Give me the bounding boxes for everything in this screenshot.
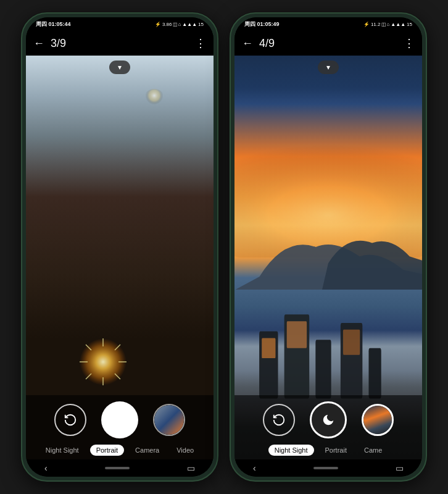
top-nav-left: ← 3/9 ⋮ <box>26 31 214 56</box>
photo-area-right: ▾ <box>234 56 422 459</box>
thumbnail-button-left[interactable] <box>153 404 185 436</box>
status-bar-right: 周四 01:05:49 ⚡ 11.2 ◫⌂ ▲▲▲ 15 <box>234 17 422 31</box>
home-bar-right: ‹ ▭ <box>234 459 422 477</box>
status-icons-right: ⚡ 11.2 ◫⌂ ▲▲▲ 15 <box>363 22 412 27</box>
mode-night-sight-right[interactable]: Night Sight <box>268 445 314 456</box>
dropdown-icon-right: ▾ <box>326 63 330 72</box>
back-button-right[interactable]: ← <box>242 37 253 50</box>
photo-count-left: 3/9 <box>51 37 195 50</box>
dropdown-icon-left: ▾ <box>118 63 122 72</box>
phone-left: 周四 01:05:44 ⚡ 3.86 ◫⌂ ▲▲▲ 15 ← 3/9 ⋮ <box>21 12 218 482</box>
home-pill-left[interactable] <box>105 467 130 469</box>
shutter-button-left[interactable] <box>101 401 138 438</box>
more-button-left[interactable]: ⋮ <box>195 36 206 50</box>
mode-night-sight-left[interactable]: Night Sight <box>39 445 85 456</box>
home-pill-right[interactable] <box>313 467 338 469</box>
control-icons-right <box>234 401 422 438</box>
back-nav-left[interactable]: ‹ <box>44 463 48 473</box>
phone-right: 周四 01:05:49 ⚡ 11.2 ◫⌂ ▲▲▲ 15 ← 4/9 ⋮ <box>230 12 427 482</box>
more-button-right[interactable]: ⋮ <box>404 36 415 50</box>
status-time-left: 周四 01:05:44 <box>36 20 71 28</box>
status-bar-left: 周四 01:05:44 ⚡ 3.86 ◫⌂ ▲▲▲ 15 <box>26 17 214 31</box>
rotate-button-right[interactable] <box>263 404 295 436</box>
camera-controls-left: Night Sight Portrait Camera Video <box>26 395 214 459</box>
home-bar-left: ‹ ▭ <box>26 459 214 477</box>
mode-portrait-right[interactable]: Portrait <box>319 445 353 456</box>
status-icons-left: ⚡ 3.86 ◫⌂ ▲▲▲ 15 <box>155 22 204 27</box>
recent-nav-right[interactable]: ▭ <box>396 463 404 473</box>
status-time-right: 周四 01:05:49 <box>244 20 280 28</box>
mode-portrait-left[interactable]: Portrait <box>90 445 124 456</box>
rotate-button-left[interactable] <box>54 404 86 436</box>
mode-labels-right: Night Sight Portrait Came <box>234 445 422 456</box>
back-nav-right[interactable]: ‹ <box>253 463 256 473</box>
svg-rect-12 <box>262 338 276 359</box>
mode-camera-left[interactable]: Camera <box>129 445 165 456</box>
svg-rect-15 <box>316 340 331 399</box>
thumbnail-button-right[interactable] <box>362 404 394 436</box>
photo-area-left: ▾ <box>26 56 214 459</box>
mode-video-left[interactable]: Video <box>170 445 200 456</box>
photo-count-right: 4/9 <box>259 37 404 50</box>
svg-point-9 <box>143 89 165 111</box>
camera-controls-right: Night Sight Portrait Came <box>234 395 422 459</box>
dropdown-btn-left[interactable]: ▾ <box>109 61 130 74</box>
dropdown-btn-right[interactable]: ▾ <box>318 61 339 74</box>
top-nav-right: ← 4/9 ⋮ <box>234 31 422 56</box>
recent-nav-left[interactable]: ▭ <box>187 463 195 473</box>
control-icons-left <box>26 401 214 438</box>
svg-rect-14 <box>287 322 307 349</box>
mode-labels-left: Night Sight Portrait Camera Video <box>26 445 214 456</box>
mode-camera-right[interactable]: Came <box>358 445 388 456</box>
svg-rect-18 <box>369 348 381 399</box>
shutter-button-right[interactable] <box>310 401 347 438</box>
back-button-left[interactable]: ← <box>33 37 44 50</box>
svg-rect-17 <box>343 330 360 355</box>
